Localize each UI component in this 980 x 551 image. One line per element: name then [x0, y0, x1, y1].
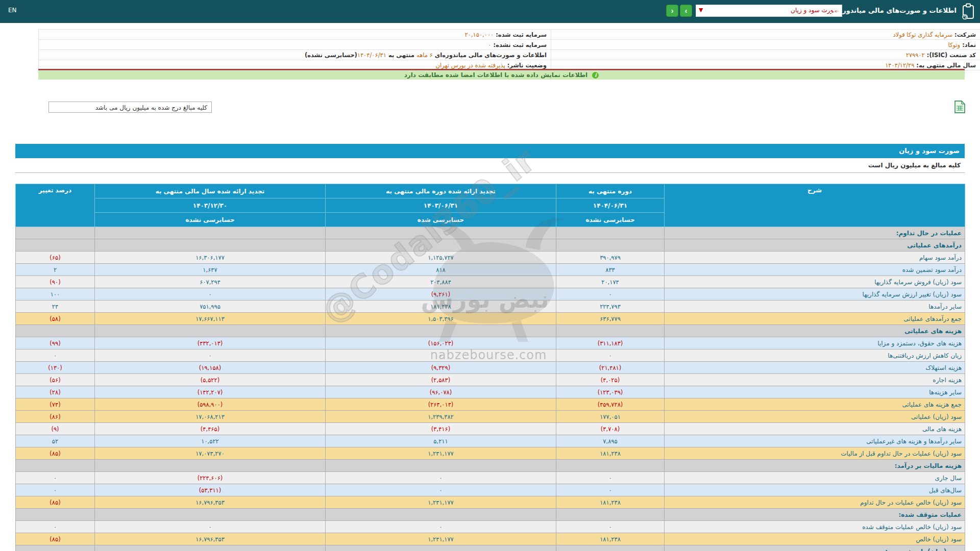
row-label: هزینه اجاره [665, 374, 965, 386]
info-icon: i [592, 72, 599, 79]
data-row: سایر درآمدها۲۲۴,۷۹۳۱۸۱,۲۲۸۷۵۱,۹۹۵۲۴ [16, 300, 965, 313]
value-cell: ۱۶,۳۰۶,۱۷۷ [95, 252, 326, 264]
column-date-current: ۱۴۰۴/۰۶/۳۱ [556, 198, 665, 213]
value-cell: ۰ [556, 521, 665, 533]
empty-cell [16, 227, 95, 239]
empty-cell [556, 325, 665, 337]
row-label: سایر هزینه‌ها [665, 386, 965, 398]
column-audit-restated-year: حسابرسی نشده [95, 213, 326, 227]
value-cell: (۳,۴۱۶) [326, 423, 556, 435]
data-row: هزینه استهلاک(۲۱,۴۸۱)(۹,۳۲۹)(۱۹,۱۵۸)(۱۳۰… [16, 362, 965, 374]
amount-unit-select[interactable]: کلیه مبالغ درج شده به میلیون ریال می باش… [48, 102, 212, 113]
empty-cell [16, 239, 95, 252]
value-cell: (۴۳۲,۰۱۳) [95, 337, 326, 349]
value-cell: (۶۵) [16, 252, 95, 264]
value-cell: ۲۲۴,۷۹۳ [556, 300, 665, 313]
value-cell: (۲,۵۸۳) [326, 374, 556, 386]
value-cell: ۰ [95, 521, 326, 533]
value-cell: (۹۰) [16, 276, 95, 288]
value-cell: (۲۶۴,۰۱۴) [326, 398, 556, 411]
value-cell: ۱,۲۴۱,۱۷۷ [326, 447, 556, 460]
info-label: منتهی به [386, 52, 416, 59]
value-cell: (۸۵) [16, 533, 95, 545]
info-value: ۱۴۰۴/۱۲/۲۹ [885, 62, 914, 69]
data-row: سایر هزینه‌ها(۱۲۳,۰۳۹)(۹۶,۰۷۸)(۱۴۲,۲۰۷)(… [16, 386, 965, 398]
row-label: زیان کاهش ارزش دریافتنی‌ها [665, 349, 965, 362]
value-cell: (۱۳۰) [16, 362, 95, 374]
empty-cell [556, 545, 665, 551]
row-label: سایر درآمدها و هزینه های غیرعملیاتی [665, 435, 965, 447]
value-cell: ۰ [16, 349, 95, 362]
export-excel-icon[interactable] [954, 101, 965, 115]
row-label: سایر درآمدها [665, 300, 965, 313]
column-audit-restated-period: حسابرسی شده [326, 213, 556, 227]
empty-cell [16, 509, 95, 521]
value-cell: ۱۸۱,۲۳۸ [556, 533, 665, 545]
company-info-table: شرکت: سرمایه گذاری توکا فولادسرمایه ثبت … [38, 29, 980, 70]
value-cell: (۵۹۸,۹۰۰) [95, 398, 326, 411]
value-cell: (۷۴) [16, 398, 95, 411]
page-title: اطلاعات و صورت‌های مالی میاندوره‌ای [830, 7, 957, 14]
row-label: هزینه های عملیاتی [665, 325, 965, 337]
row-label: هزینه های مالی [665, 423, 965, 435]
column-date-restated-period: ۱۴۰۳/۰۶/۳۱ [326, 198, 556, 213]
value-cell: ۲۰۴,۸۸۴ [326, 276, 556, 288]
column-header-change-percent: درصد تغییر [16, 184, 95, 227]
data-row: درآمد سود سهام۳۹۰,۹۷۹۱,۱۲۵,۷۲۷۱۶,۳۰۶,۱۷۷… [16, 252, 965, 264]
value-cell: ۱,۶۴۷ [95, 264, 326, 276]
info-value: ۶ ماهه [416, 52, 433, 59]
empty-cell [95, 227, 326, 239]
statement-type-select[interactable]: ▼ صورت سود و زیان [696, 5, 842, 17]
company-info-row: نماد: وتوکاسرمایه ثبت نشده: ۰ [39, 40, 980, 50]
data-row: سال جاری۰۰(۲۲۴,۶۰۶)۰ [16, 472, 965, 484]
empty-cell [95, 325, 326, 337]
value-cell: ۳۹۰,۹۷۹ [556, 252, 665, 264]
value-cell: (۹) [16, 423, 95, 435]
empty-cell [326, 239, 556, 252]
value-cell: ۱۸۱,۲۳۸ [556, 447, 665, 460]
value-cell: (۵,۵۲۲) [95, 374, 326, 386]
empty-cell [95, 460, 326, 472]
value-cell: ۸۳۳ [556, 264, 665, 276]
data-row: سود (زیان) فروش سرمایه گذاریها۲۰,۱۷۴۲۰۴,… [16, 276, 965, 288]
language-toggle-en[interactable]: EN [8, 7, 17, 14]
value-cell: ۰ [326, 521, 556, 533]
value-cell: (۸۵) [16, 447, 95, 460]
value-cell: ۶۰۷,۲۹۴ [95, 276, 326, 288]
chevron-down-icon: ▼ [699, 7, 703, 13]
row-label: سود (زیان) خالص عملیات متوقف شده [665, 521, 965, 533]
empty-cell [326, 227, 556, 239]
row-label: جمع هزینه های عملیاتی [665, 398, 965, 411]
empty-cell [95, 545, 326, 551]
row-label: هزینه استهلاک [665, 362, 965, 374]
company-info-left-cell: سرمایه ثبت شده: ۲۰,۱۵۰,۰۰۰ [39, 30, 551, 40]
value-cell: (۹۹) [16, 337, 95, 349]
info-label: اطلاعات و صورت‌های مالی میاندوره‌ای [433, 52, 547, 59]
column-audit-current: حسابرسی نشده [556, 213, 665, 227]
value-cell: ۱۸۱,۲۳۸ [556, 496, 665, 509]
value-cell: ۰ [556, 484, 665, 496]
value-cell: (۸۵) [16, 496, 95, 509]
data-row: زیان کاهش ارزش دریافتنی‌ها۰۰۰۰ [16, 349, 965, 362]
row-label: سود (زیان) پایه هر سهم: [665, 545, 965, 551]
row-label: جمع درآمدهای عملیاتی [665, 313, 965, 325]
value-cell: ۰ [556, 288, 665, 300]
row-label: سود (زیان) خالص [665, 533, 965, 545]
info-label: شرکت: [952, 31, 976, 38]
value-cell: (۴,۴۶۵) [95, 423, 326, 435]
info-label: وضعیت ناشر: [505, 62, 547, 69]
empty-cell [326, 460, 556, 472]
value-cell: ۶۳۶,۷۷۹ [556, 313, 665, 325]
row-label: سود (زیان) عملیاتی [665, 411, 965, 423]
row-label: عملیات در حال تداوم: [665, 227, 965, 239]
prev-statement-button[interactable]: ‹ [666, 5, 678, 17]
value-cell: (۸۶) [16, 411, 95, 423]
info-label: سرمایه ثبت نشده: [492, 41, 547, 48]
empty-cell [556, 460, 665, 472]
value-cell: ۰ [326, 472, 556, 484]
notice-text: اطلاعات نمایش داده شده با اطلاعات امضا ش… [404, 71, 588, 79]
value-cell: ۰ [326, 349, 556, 362]
value-cell: (۵۳,۳۱۱) [95, 484, 326, 496]
info-label: سرمایه ثبت شده: [494, 31, 547, 38]
next-statement-button[interactable]: › [680, 5, 692, 17]
